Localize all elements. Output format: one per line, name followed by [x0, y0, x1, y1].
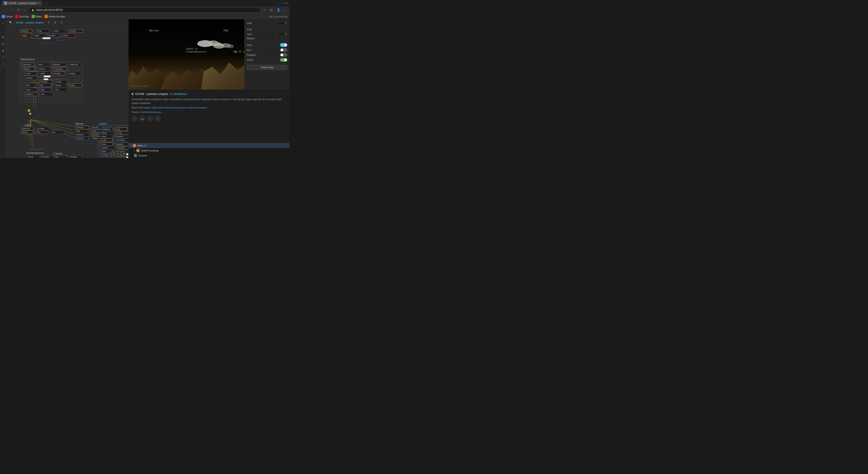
- tree-row-main[interactable]: ▾ M Main (*) ⋮: [128, 143, 289, 148]
- xachse-node-1[interactable]: Axis: [54, 155, 67, 158]
- glass-node-16[interactable]: Lerp: [38, 83, 52, 87]
- glass-node-7[interactable]: Transform: [53, 67, 67, 71]
- text-node-5[interactable]: Index: [100, 135, 113, 138]
- glass-node-22[interactable]: Subtract: [25, 93, 38, 96]
- menu-button[interactable]: ⋮: [282, 7, 288, 13]
- glass-node-15[interactable]: Sine: [25, 83, 36, 87]
- text-node-11[interactable]: Uniform: [100, 146, 115, 149]
- glass-node-10[interactable]: Remap: [53, 72, 65, 75]
- reset-view-button[interactable]: Reset View: [247, 65, 287, 70]
- zoom-in-button[interactable]: +: [122, 151, 126, 156]
- prop-toggle-rotation[interactable]: [280, 53, 287, 57]
- plane-node-2[interactable]: UV Map: [36, 127, 49, 130]
- glass-node-17[interactable]: Clamp: [54, 83, 66, 87]
- glass-node-6[interactable]: Uniform: [37, 67, 51, 71]
- text-node-1[interactable]: TextMesh: [100, 128, 113, 131]
- text-node-2[interactable]: Font: [115, 128, 127, 131]
- close-button[interactable]: ✕: [285, 2, 288, 5]
- node-top-6[interactable]: Number: [47, 34, 60, 37]
- text-node-3[interactable]: String: [100, 131, 114, 135]
- bookmark-youtube[interactable]: YouTube: [15, 15, 29, 18]
- glass-node-20[interactable]: Step: [39, 88, 52, 92]
- reading-list[interactable]: Alle Lesezeichen: [269, 15, 288, 18]
- bookmark-maps[interactable]: Maps: [32, 15, 42, 18]
- plane-node-4[interactable]: Pos: [36, 130, 48, 134]
- project-name-label[interactable]: OVUM - pollution shaped: [14, 21, 45, 25]
- slider-glass-1[interactable]: [44, 75, 51, 77]
- glass-node-9[interactable]: Math: [39, 72, 51, 75]
- action-heart-button[interactable]: ♡: [147, 116, 153, 122]
- glass-node-13[interactable]: Smooth: [39, 80, 53, 83]
- hit-node-7[interactable]: Camera: [75, 137, 89, 140]
- rahmen-node-1[interactable]: Frame: [26, 155, 40, 158]
- home-button[interactable]: ⌂: [22, 7, 28, 13]
- node-top-3[interactable]: Index: [53, 29, 65, 33]
- text-node-8[interactable]: Transform: [115, 138, 128, 142]
- toolbar-list-button[interactable]: ☰: [46, 20, 51, 25]
- glass-node-5[interactable]: Shader: [22, 67, 35, 71]
- glass-node-8[interactable]: Array: [25, 72, 37, 75]
- center-node-connector[interactable]: [28, 109, 30, 112]
- profile-button[interactable]: 👤: [276, 7, 281, 13]
- text-node-9[interactable]: Color: [100, 142, 113, 146]
- hit-node-3[interactable]: Ray: [75, 129, 88, 133]
- extensions-button[interactable]: ⧉: [269, 7, 274, 13]
- prop-toggle-eier[interactable]: [280, 48, 287, 52]
- new-tab-button[interactable]: +: [44, 1, 49, 6]
- node-top-7[interactable]: Color: [62, 34, 75, 37]
- glass-node-18[interactable]: Noise: [68, 83, 82, 87]
- plane-node-3[interactable]: Scale: [21, 130, 33, 134]
- plane-node-5[interactable]: Size: [51, 130, 64, 134]
- glass-node-11[interactable]: Multiply: [67, 72, 81, 75]
- sidebar-icon-expand[interactable]: ›: [1, 21, 5, 26]
- minimize-button[interactable]: —: [278, 2, 281, 5]
- glass-node-23[interactable]: Mix: [40, 93, 53, 96]
- glass-node-12[interactable]: Number: [25, 76, 37, 80]
- bookmark-gmail[interactable]: Gmail: [2, 15, 12, 18]
- tree-row-ground[interactable]: G Ground ⋮: [128, 153, 289, 158]
- action-share-button[interactable]: ↗: [155, 116, 161, 122]
- hit-node-1[interactable]: HitArea: [75, 126, 89, 129]
- sidebar-icon-1[interactable]: ⊞: [1, 35, 5, 39]
- prop-value-orte[interactable]: [277, 32, 287, 36]
- project-author-link[interactable]: derthiemo: [174, 92, 187, 96]
- xachse-node-2[interactable]: Range: [70, 155, 82, 158]
- node-top-2[interactable]: Array: [36, 29, 49, 33]
- node-canvas[interactable]: DataFile Array Index Texture Math Number…: [6, 26, 128, 158]
- more-info-url[interactable]: https://thiemofroenberg.de/ovum-pollutio…: [152, 106, 207, 109]
- prop-toggle-audio[interactable]: [280, 58, 287, 62]
- back-button[interactable]: ←: [2, 7, 7, 13]
- node-top-5[interactable]: Math: [33, 34, 45, 37]
- sidebar-icon-5[interactable]: ↗: [1, 62, 5, 66]
- node-top-4[interactable]: Texture: [68, 29, 83, 33]
- toolbar-clock-button[interactable]: ◷: [59, 20, 64, 25]
- text-node-6[interactable]: Position: [115, 135, 128, 138]
- prop-toggle-nest[interactable]: [280, 43, 287, 47]
- textinfo-slider-2[interactable]: [126, 157, 128, 158]
- active-tab[interactable]: ⬡ OVUM - pollution shaped ✕: [2, 1, 42, 6]
- preview-canvas[interactable]: Mellum PCB PCB Gehalt inSilbermöweneiern…: [128, 20, 289, 90]
- maximize-button[interactable]: □: [283, 2, 284, 5]
- fit-button[interactable]: ⛶: [110, 151, 115, 156]
- text-node-12[interactable]: Shader: [117, 146, 128, 149]
- text-node-10[interactable]: Material: [115, 142, 128, 146]
- teams-value[interactable]: PortfolioMuthesiius: [141, 111, 161, 113]
- node-top-1[interactable]: DataFile: [20, 29, 32, 33]
- glass-node-1[interactable]: Geometry: [21, 63, 35, 66]
- sidebar-icon-4[interactable]: ⬡: [1, 55, 5, 60]
- node-top-8[interactable]: Trigger: [20, 34, 30, 37]
- reload-button[interactable]: ↺: [16, 7, 21, 13]
- plane-node-1[interactable]: Mesh2D: [21, 127, 33, 130]
- glass-node-21[interactable]: Add: [54, 88, 67, 92]
- tree-row-dataprocessing[interactable]: ▾ D DataProcessing ⋮: [128, 148, 289, 153]
- node-slider-1[interactable]: [42, 37, 51, 39]
- action-star-button[interactable]: ☁: [140, 116, 145, 122]
- toolbar-grid-button[interactable]: ⊞: [53, 20, 58, 25]
- center-node-connector-2[interactable]: [29, 113, 31, 114]
- address-bar[interactable]: 🔒 cables.gl/edit/wUBRZb: [29, 7, 260, 13]
- glass-node-4[interactable]: Object3D: [68, 63, 81, 66]
- tab-close-button[interactable]: ✕: [38, 2, 40, 5]
- sidebar-icon-2[interactable]: ☰: [1, 42, 5, 46]
- action-like-button[interactable]: ♡: [132, 116, 137, 122]
- zoom-out-button[interactable]: −: [116, 151, 121, 156]
